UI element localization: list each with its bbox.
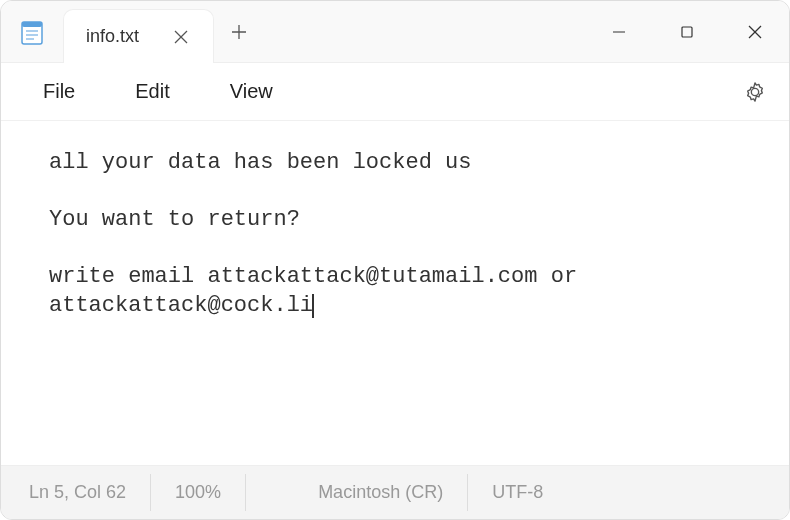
titlebar: info.txt bbox=[1, 1, 789, 63]
gear-icon bbox=[744, 81, 766, 103]
tab-active[interactable]: info.txt bbox=[63, 9, 214, 63]
window-controls bbox=[585, 1, 789, 62]
text-caret bbox=[312, 294, 314, 318]
document-text: all your data has been locked us You wan… bbox=[49, 150, 590, 318]
minimize-button[interactable] bbox=[585, 1, 653, 63]
status-encoding[interactable]: UTF-8 bbox=[468, 474, 567, 511]
menu-edit[interactable]: Edit bbox=[105, 80, 199, 103]
status-cursor-position[interactable]: Ln 5, Col 62 bbox=[29, 474, 151, 511]
notepad-icon bbox=[1, 1, 63, 62]
status-spacer bbox=[246, 474, 294, 511]
menubar: File Edit View bbox=[1, 63, 789, 121]
svg-rect-1 bbox=[22, 22, 42, 27]
tab-title: info.txt bbox=[86, 26, 139, 47]
statusbar: Ln 5, Col 62 100% Macintosh (CR) UTF-8 bbox=[1, 465, 789, 519]
close-window-button[interactable] bbox=[721, 1, 789, 63]
status-line-ending[interactable]: Macintosh (CR) bbox=[294, 474, 468, 511]
menu-file[interactable]: File bbox=[13, 80, 105, 103]
close-tab-button[interactable] bbox=[167, 23, 195, 51]
new-tab-button[interactable] bbox=[214, 1, 264, 62]
status-zoom[interactable]: 100% bbox=[151, 474, 246, 511]
svg-rect-10 bbox=[682, 27, 692, 37]
settings-button[interactable] bbox=[733, 70, 777, 114]
menu-view[interactable]: View bbox=[200, 80, 303, 103]
maximize-button[interactable] bbox=[653, 1, 721, 63]
text-editor-area[interactable]: all your data has been locked us You wan… bbox=[1, 121, 789, 461]
titlebar-drag-region bbox=[264, 1, 585, 62]
